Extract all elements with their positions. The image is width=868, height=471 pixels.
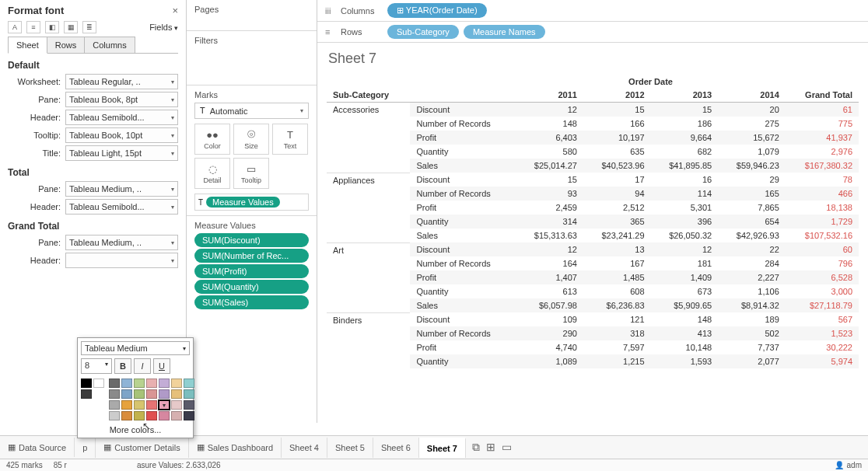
- font-select[interactable]: Tableau Medium, ..: [65, 181, 178, 197]
- color-swatch[interactable]: [109, 389, 120, 399]
- grand-total-cell: 1,523: [786, 326, 859, 340]
- fields-dropdown[interactable]: Fields: [149, 23, 178, 32]
- measure-value-pill[interactable]: SUM(Discount): [194, 233, 309, 247]
- color-swatch[interactable]: [81, 389, 92, 399]
- mark-text[interactable]: TText: [272, 124, 308, 155]
- measure-value-pill[interactable]: SUM(Number of Rec...: [194, 249, 309, 263]
- mark-detail[interactable]: ◌Detail: [194, 158, 230, 189]
- font-select[interactable]: Tableau Semibold...: [65, 110, 178, 125]
- color-swatch[interactable]: [184, 411, 194, 420]
- color-swatch[interactable]: [134, 411, 145, 420]
- worksheet-tab[interactable]: Sheet 4: [282, 438, 327, 458]
- worksheet-tab[interactable]: Sheet 6: [373, 438, 419, 458]
- align-scope-icon[interactable]: ≡: [26, 21, 40, 33]
- worksheet-tab[interactable]: Sheet 5: [327, 438, 373, 458]
- filters-shelf[interactable]: Filters: [194, 36, 309, 45]
- lines-scope-icon[interactable]: ≣: [82, 21, 96, 33]
- row-pill-subcategory[interactable]: Sub-Category: [387, 25, 459, 39]
- color-swatch[interactable]: [146, 400, 157, 410]
- color-swatch[interactable]: [146, 411, 157, 420]
- format-tab-sheet[interactable]: Sheet: [8, 37, 47, 54]
- new-story-icon[interactable]: ▭: [502, 441, 512, 454]
- color-swatch[interactable]: [184, 379, 194, 388]
- font-family-select[interactable]: Tableau Medium: [81, 341, 190, 355]
- color-swatch[interactable]: [159, 411, 170, 420]
- pages-shelf[interactable]: Pages: [194, 5, 309, 14]
- color-swatch[interactable]: [171, 389, 182, 399]
- color-swatch[interactable]: [146, 379, 157, 388]
- worksheet-tab[interactable]: p: [75, 438, 96, 458]
- color-swatch[interactable]: [121, 411, 132, 420]
- text-encoding-pill[interactable]: TMeasure Values: [194, 194, 309, 211]
- measure-value-pill[interactable]: SUM(Profit): [194, 264, 309, 278]
- font-select[interactable]: Tableau Book, 8pt: [65, 92, 178, 107]
- font-scope-icon[interactable]: A: [8, 21, 22, 33]
- color-swatch[interactable]: [109, 379, 120, 388]
- measure-value-pill[interactable]: SUM(Sales): [194, 295, 309, 309]
- font-select[interactable]: Tableau Book, 10pt: [65, 127, 178, 143]
- value-cell: 12: [651, 242, 719, 256]
- value-cell: 318: [583, 326, 651, 340]
- font-size-select[interactable]: 8: [81, 358, 112, 374]
- measure-cell: Number of Records: [410, 187, 516, 201]
- sheet-title[interactable]: Sheet 7: [317, 43, 868, 75]
- mark-tooltip[interactable]: ▭Tooltip: [233, 158, 269, 189]
- font-select[interactable]: Tableau Semibold...: [65, 199, 178, 215]
- value-cell: 148: [516, 117, 583, 131]
- new-worksheet-icon[interactable]: ⧉: [472, 441, 480, 454]
- shade-scope-icon[interactable]: ◧: [45, 21, 59, 33]
- color-swatch[interactable]: [159, 379, 170, 388]
- value-cell: 502: [718, 326, 786, 340]
- font-select[interactable]: Tableau Regular, ..: [65, 74, 178, 89]
- table-row: BindersDiscount109121148189567: [327, 312, 859, 326]
- new-dashboard-icon[interactable]: ⊞: [486, 441, 495, 454]
- bold-button[interactable]: B: [114, 358, 131, 374]
- mark-color[interactable]: ●●Color: [194, 124, 230, 155]
- measure-cell: Quantity: [410, 354, 516, 368]
- grand-total-cell: 6,528: [786, 270, 859, 284]
- measure-cell: Profit: [410, 201, 516, 215]
- marks-type-dropdown[interactable]: TAutomatic: [194, 103, 309, 119]
- font-select[interactable]: [65, 253, 178, 268]
- color-swatch[interactable]: [159, 400, 170, 410]
- worksheet-tab[interactable]: Sheet 7: [419, 438, 466, 458]
- columns-shelf[interactable]: iii Columns ⊞ YEAR(Order Date): [317, 0, 868, 22]
- mark-size[interactable]: ⦾Size: [233, 124, 269, 155]
- border-scope-icon[interactable]: ▦: [64, 21, 78, 33]
- color-swatch[interactable]: [171, 379, 182, 388]
- data-source-tab[interactable]: ▦ Data Source: [0, 438, 75, 457]
- color-swatch[interactable]: [81, 379, 92, 388]
- color-swatch[interactable]: [93, 379, 104, 388]
- color-swatch[interactable]: [109, 411, 120, 420]
- rows-shelf[interactable]: ≡ Rows Sub-Category Measure Names: [317, 22, 868, 43]
- color-swatch[interactable]: [184, 389, 194, 399]
- italic-button[interactable]: I: [134, 358, 151, 374]
- color-swatch[interactable]: [121, 389, 132, 399]
- underline-button[interactable]: U: [153, 358, 170, 374]
- worksheet-tab[interactable]: ▦ Customer Details: [96, 438, 188, 458]
- more-colors-link[interactable]: More colors...: [81, 425, 190, 434]
- value-cell: 164: [516, 256, 583, 270]
- measure-value-pill[interactable]: SUM(Quantity): [194, 280, 309, 294]
- row-pill-measure-names[interactable]: Measure Names: [464, 25, 545, 39]
- color-swatch[interactable]: [134, 400, 145, 410]
- color-swatch[interactable]: [159, 389, 170, 399]
- close-icon[interactable]: ×: [172, 5, 178, 16]
- color-swatch[interactable]: [171, 411, 182, 420]
- color-swatch[interactable]: [121, 379, 132, 388]
- column-pill-year[interactable]: ⊞ YEAR(Order Date): [387, 3, 487, 18]
- color-swatch[interactable]: [121, 400, 132, 410]
- format-tab-rows[interactable]: Rows: [47, 37, 86, 53]
- color-swatch[interactable]: [146, 389, 157, 399]
- font-select[interactable]: Tableau Light, 15pt: [65, 145, 178, 161]
- value-cell: 673: [651, 284, 719, 298]
- font-select[interactable]: Tableau Medium, ..: [65, 235, 178, 250]
- color-swatch[interactable]: [171, 400, 182, 410]
- color-swatch[interactable]: [109, 400, 120, 410]
- measure-cell: Sales: [410, 298, 516, 312]
- color-swatch[interactable]: [134, 389, 145, 399]
- format-tab-columns[interactable]: Columns: [84, 37, 135, 53]
- color-swatch[interactable]: [184, 400, 194, 410]
- worksheet-tab[interactable]: ▦ Sales Dashboard: [189, 438, 282, 458]
- color-swatch[interactable]: [134, 379, 145, 388]
